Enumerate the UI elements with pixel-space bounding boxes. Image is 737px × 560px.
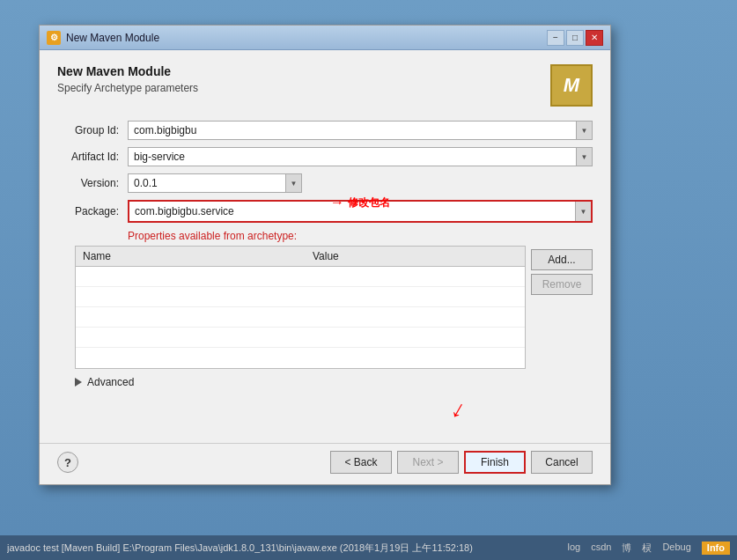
title-bar-buttons: − □ ✕ (547, 30, 603, 46)
status-csdn: csdn (591, 542, 611, 555)
new-maven-module-dialog: ⚙ New Maven Module − □ ✕ New Maven Modul… (39, 25, 611, 485)
col-name-header: Name (76, 247, 306, 267)
package-label: Package: (57, 205, 128, 217)
dialog-main-title: New Maven Module (57, 64, 550, 78)
finish-button[interactable]: Finish (464, 451, 526, 474)
dialog-header: New Maven Module Specify Archetype param… (57, 64, 593, 107)
advanced-triangle-icon (75, 378, 82, 387)
properties-table-container: Name Value (75, 246, 526, 369)
table-row (76, 267, 525, 287)
version-dropdown[interactable]: ▼ (286, 173, 302, 193)
table-row (76, 328, 525, 348)
properties-label: Properties available from archetype: (128, 230, 593, 242)
properties-table: Name Value (76, 247, 525, 348)
help-button[interactable]: ? (57, 452, 78, 473)
advanced-label[interactable]: Advanced (87, 376, 134, 388)
status-log: log (567, 542, 580, 555)
back-button[interactable]: < Back (330, 451, 392, 474)
dialog-footer: ? < Back Next > Finish Cancel (40, 443, 610, 484)
dialog-title-icon: ⚙ (47, 31, 61, 45)
maven-icon: M (550, 64, 593, 107)
package-annotation: → 修改包名 (330, 195, 390, 210)
add-button[interactable]: Add... (531, 249, 593, 270)
table-row (76, 307, 525, 328)
status-debug: Debug (662, 542, 690, 555)
artifact-id-dropdown[interactable]: ▼ (577, 147, 593, 166)
version-row: Version: ▼ (57, 173, 593, 193)
dialog-subtitle: Specify Archetype parameters (57, 82, 550, 94)
group-id-dropdown[interactable]: ▼ (577, 121, 593, 140)
advanced-section[interactable]: Advanced (75, 376, 593, 388)
minimize-button[interactable]: − (547, 30, 564, 46)
artifact-id-label: Artifact Id: (57, 151, 128, 163)
dialog-content: New Maven Module Specify Archetype param… (40, 50, 610, 413)
dialog-title-text: New Maven Module (66, 32, 547, 44)
col-value-header: Value (306, 247, 525, 267)
group-id-input[interactable] (128, 121, 577, 140)
group-id-input-wrap: ▼ (128, 121, 593, 140)
table-row (76, 287, 525, 307)
properties-section: Name Value Add... Remove (57, 246, 593, 369)
cancel-button[interactable]: Cancel (531, 451, 593, 474)
table-buttons: Add... Remove (526, 246, 593, 369)
arrow-area: ↓ (40, 413, 593, 439)
group-id-row: Group Id: ▼ (57, 121, 593, 140)
table-indent (57, 246, 75, 369)
artifact-id-row: Artifact Id: ▼ (57, 147, 593, 166)
maximize-button[interactable]: □ (566, 30, 584, 46)
close-button[interactable]: ✕ (586, 30, 603, 46)
annotation-text: 修改包名 (348, 195, 390, 210)
package-row: Package: ▼ → 修改包名 (57, 200, 593, 223)
remove-button[interactable]: Remove (531, 274, 593, 295)
artifact-id-input[interactable] (128, 147, 577, 166)
status-info-badge: Info (702, 542, 730, 555)
status-ling: 棂 (642, 542, 652, 555)
artifact-id-input-wrap: ▼ (128, 147, 593, 166)
dialog-title-bar[interactable]: ⚙ New Maven Module − □ ✕ (40, 26, 610, 50)
status-bar: javadoc test [Maven Build] E:\Program Fi… (0, 535, 737, 560)
version-input[interactable] (128, 173, 286, 193)
dialog-header-text: New Maven Module Specify Archetype param… (57, 64, 550, 94)
status-bar-right: log csdn 博 棂 Debug Info (567, 542, 730, 555)
status-bo: 博 (622, 542, 631, 555)
arrow-right-icon: → (330, 195, 344, 210)
next-button[interactable]: Next > (397, 451, 459, 474)
status-bar-text: javadoc test [Maven Build] E:\Program Fi… (7, 542, 564, 555)
group-id-label: Group Id: (57, 124, 128, 136)
version-wrap: ▼ (128, 173, 593, 193)
package-dropdown[interactable]: ▼ (575, 202, 591, 221)
version-label: Version: (57, 177, 128, 189)
